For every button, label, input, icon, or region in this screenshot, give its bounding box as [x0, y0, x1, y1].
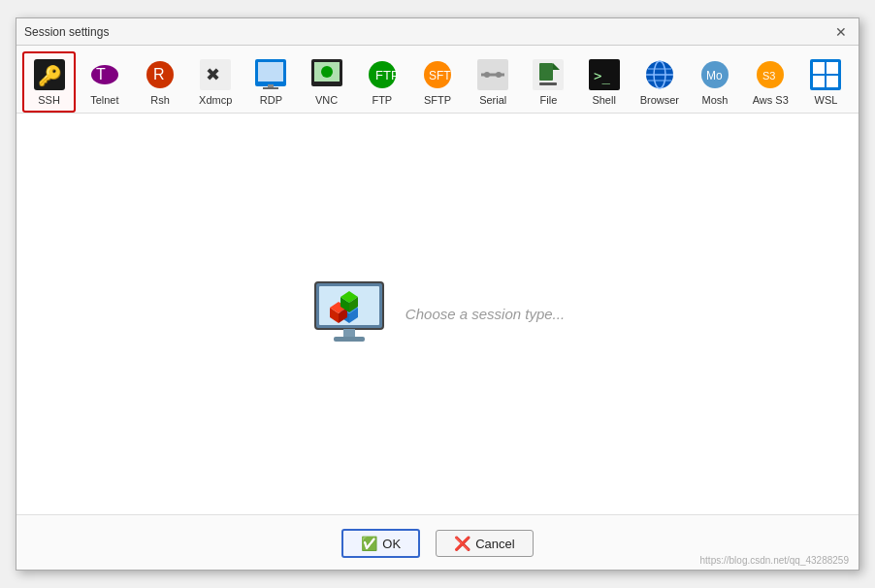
serial-label: Serial	[479, 94, 506, 107]
shell-label: Shell	[592, 94, 615, 107]
ok-label: OK	[382, 537, 401, 551]
file-icon	[531, 57, 566, 92]
mosh-label: Mosh	[702, 94, 729, 107]
sftp-icon: SFTP	[420, 57, 455, 92]
rdp-label: RDP	[260, 94, 282, 107]
dialog-title: Session settings	[24, 25, 109, 39]
session-settings-dialog: Session settings ✕ 🔑SSHTTelnetRRsh✖Xdmcp…	[16, 17, 859, 571]
session-type-shell[interactable]: >_Shell	[577, 51, 631, 113]
svg-text:Mo: Mo	[706, 69, 723, 82]
svg-text:SFTP: SFTP	[429, 69, 453, 82]
session-type-rsh[interactable]: RRsh	[133, 51, 186, 113]
wsl-label: WSL	[815, 94, 838, 107]
svg-rect-26	[539, 82, 557, 85]
sftp-label: SFTP	[424, 94, 451, 107]
svg-rect-40	[826, 62, 838, 74]
ftp-label: FTP	[372, 94, 392, 107]
rsh-icon: R	[143, 57, 178, 92]
serial-icon	[475, 57, 510, 92]
svg-point-22	[496, 72, 502, 78]
svg-text:T: T	[96, 66, 106, 82]
ssh-label: SSH	[38, 94, 60, 107]
session-type-wsl[interactable]: WSL	[799, 51, 853, 113]
awss3-label: Aws S3	[753, 94, 789, 107]
main-content: Choose a session type...	[16, 114, 859, 514]
watermark: https://blog.csdn.net/qq_43288259	[700, 555, 849, 566]
cancel-icon: ❌	[454, 536, 470, 551]
browser-label: Browser	[640, 94, 679, 107]
session-type-xdmcp[interactable]: ✖Xdmcp	[189, 51, 243, 113]
svg-text:🔑: 🔑	[38, 64, 62, 87]
ok-button[interactable]: ✅ OK	[341, 529, 420, 558]
telnet-icon: T	[87, 57, 122, 92]
choose-section: Choose a session type...	[310, 280, 565, 348]
session-type-browser[interactable]: Browser	[632, 51, 686, 113]
svg-text:S3: S3	[762, 70, 775, 82]
session-type-sftp[interactable]: SFTPSFTP	[410, 51, 464, 113]
svg-rect-42	[826, 76, 838, 87]
vnc-label: VNC	[315, 94, 338, 107]
session-type-vnc[interactable]: VNC	[300, 51, 353, 113]
rsh-label: Rsh	[150, 94, 170, 107]
cancel-label: Cancel	[475, 537, 514, 551]
monitor-icon	[310, 280, 388, 348]
rdp-icon	[253, 57, 288, 92]
svg-rect-11	[263, 87, 278, 89]
close-button[interactable]: ✕	[831, 23, 851, 41]
session-type-ssh[interactable]: 🔑SSH	[22, 51, 76, 113]
svg-rect-9	[258, 62, 283, 82]
xdmcp-icon: ✖	[198, 57, 233, 92]
svg-text:R: R	[153, 66, 165, 82]
svg-rect-10	[268, 84, 274, 87]
titlebar: Session settings ✕	[16, 18, 859, 46]
svg-text:✖: ✖	[206, 65, 220, 84]
svg-rect-39	[813, 62, 825, 74]
browser-icon	[642, 57, 677, 92]
ssh-icon: 🔑	[32, 57, 67, 92]
svg-point-14	[321, 66, 333, 78]
session-type-mosh[interactable]: MoMosh	[688, 51, 741, 113]
session-type-bar: 🔑SSHTTelnetRRsh✖XdmcpRDPVNCFTPFTPSFTPSFT…	[16, 46, 859, 114]
session-type-awss3[interactable]: S3Aws S3	[744, 51, 797, 113]
session-type-file[interactable]: File	[522, 51, 575, 113]
svg-rect-24	[539, 63, 553, 81]
ftp-icon: FTP	[365, 57, 400, 92]
wsl-icon	[808, 57, 843, 92]
choose-session-text: Choose a session type...	[405, 306, 565, 322]
ok-icon: ✅	[361, 536, 377, 551]
svg-rect-55	[334, 337, 365, 342]
telnet-label: Telnet	[90, 94, 118, 107]
file-label: File	[540, 94, 558, 107]
mosh-icon: Mo	[697, 57, 732, 92]
xdmcp-label: Xdmcp	[199, 94, 232, 107]
svg-point-21	[484, 72, 490, 78]
vnc-icon	[309, 57, 344, 92]
cancel-button[interactable]: ❌ Cancel	[436, 530, 533, 557]
svg-text:FTP: FTP	[375, 68, 398, 82]
session-type-serial[interactable]: Serial	[467, 51, 520, 113]
svg-text:>_: >_	[594, 68, 610, 84]
session-type-ftp[interactable]: FTPFTP	[355, 51, 408, 113]
awss3-icon: S3	[753, 57, 788, 92]
session-type-telnet[interactable]: TTelnet	[78, 51, 131, 113]
footer: ✅ OK ❌ Cancel https://blog.csdn.net/qq_4…	[16, 514, 859, 570]
session-type-rdp[interactable]: RDP	[244, 51, 298, 113]
svg-rect-41	[813, 76, 825, 87]
shell-icon: >_	[587, 57, 622, 92]
